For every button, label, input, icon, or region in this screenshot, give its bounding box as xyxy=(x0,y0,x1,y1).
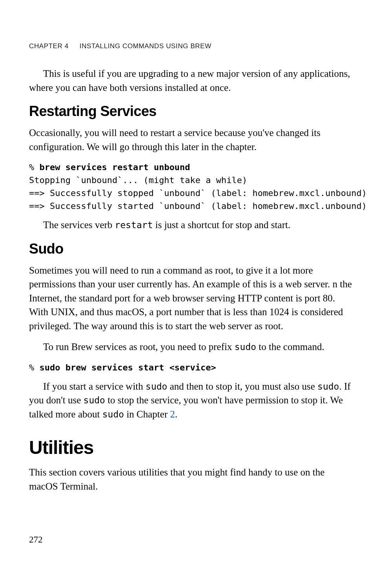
inline-code-sudo: sudo xyxy=(146,381,167,392)
inline-code-sudo: sudo xyxy=(235,342,256,352)
utilities-p1: This section covers various utilities th… xyxy=(29,465,353,493)
heading-utilities: Utilities xyxy=(29,437,353,458)
heading-restarting-services: Restarting Services xyxy=(29,103,353,120)
text: to the command. xyxy=(256,341,324,352)
text: The services verb xyxy=(43,220,115,230)
chapter-label: CHAPTER 4 xyxy=(29,42,69,50)
page: CHAPTER 4INSTALLING COMMANDS USING BREW … xyxy=(0,0,388,588)
text: . xyxy=(175,409,177,419)
code-block-restart: % brew services restart unbound Stopping… xyxy=(29,161,353,212)
code-output-line: ==> Successfully started `unbound` (labe… xyxy=(29,201,367,211)
intro-paragraph: This is useful if you are upgrading to a… xyxy=(29,67,353,94)
inline-code-sudo: sudo xyxy=(102,409,124,419)
sudo-p1: Sometimes you will need to run a command… xyxy=(29,263,353,333)
text: If you start a service with xyxy=(43,381,146,392)
inline-code-sudo: sudo xyxy=(84,395,105,405)
code-output-line: ==> Successfully stopped `unbound` (labe… xyxy=(29,188,367,198)
text: is just a shortcut for stop and start. xyxy=(153,220,291,230)
code-command: brew services restart unbound xyxy=(40,162,190,172)
inline-code-restart: restart xyxy=(115,220,153,230)
code-command: sudo brew services start <service> xyxy=(40,363,216,372)
code-prompt: % xyxy=(29,162,40,172)
restarting-p2: The services verb restart is just a shor… xyxy=(29,218,353,232)
heading-sudo: Sudo xyxy=(29,241,353,257)
page-number: 272 xyxy=(29,535,43,545)
code-prompt: % xyxy=(29,363,40,372)
sudo-p3: If you start a service with sudo and the… xyxy=(29,379,353,421)
text: To run Brew services as root, you need t… xyxy=(43,341,235,352)
running-header: CHAPTER 4INSTALLING COMMANDS USING BREW xyxy=(29,42,353,50)
code-block-sudo: % sudo brew services start <service> xyxy=(29,361,353,374)
text: in Chapter xyxy=(124,409,170,419)
sudo-p2: To run Brew services as root, you need t… xyxy=(29,340,353,354)
text: and then to stop it, you must also use xyxy=(167,381,317,392)
code-output-line: Stopping `unbound`... (might take a whil… xyxy=(29,175,247,185)
chapter-link[interactable]: 2 xyxy=(170,409,175,419)
chapter-title: INSTALLING COMMANDS USING BREW xyxy=(80,42,211,50)
restarting-p1: Occasionally, you will need to restart a… xyxy=(29,126,353,154)
inline-code-sudo: sudo xyxy=(317,381,339,392)
